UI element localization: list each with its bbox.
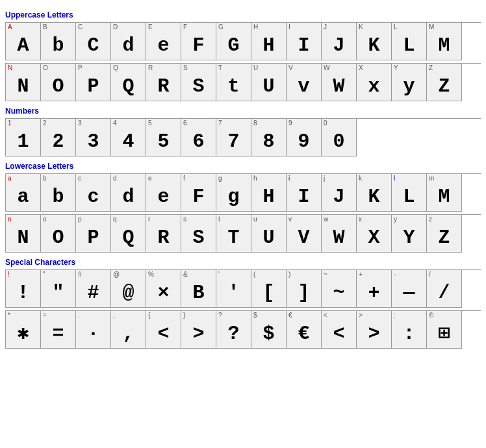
cell-label: t <box>216 215 222 224</box>
cell-label: d <box>111 174 119 183</box>
cell-glyph: 1 <box>6 128 40 156</box>
glyph-cell: SS <box>181 64 216 101</box>
glyph-cell: 44 <box>111 119 146 156</box>
cell-glyph: S <box>181 73 216 101</box>
cell-label: + <box>357 270 364 279</box>
lowercase-grid-row1: aabbccddeefFgghHiIjJkKlLmM <box>5 173 481 212</box>
cell-label: $ <box>251 311 259 320</box>
cell-label: G <box>216 23 225 32</box>
cell-label: D <box>111 23 120 32</box>
glyph-cell: gg <box>216 174 251 212</box>
cell-glyph: 8 <box>251 128 286 156</box>
cell-label: e <box>146 174 154 183</box>
cell-label: L <box>392 23 400 32</box>
glyph-cell: 33 <box>76 119 111 156</box>
glyph-cell: tT <box>216 215 251 253</box>
glyph-cell: .· <box>76 311 111 349</box>
glyph-cell: Xx <box>357 64 392 101</box>
cell-label: v <box>287 215 294 224</box>
cell-label: % <box>146 270 156 279</box>
glyph-cell: *✱ <box>6 311 41 349</box>
cell-glyph: J <box>322 32 356 60</box>
glyph-cell: ZZ <box>427 64 462 101</box>
cell-glyph: ? <box>216 320 251 348</box>
cell-glyph: L <box>392 183 426 211</box>
cell-glyph: — <box>392 279 426 307</box>
cell-label: s <box>181 215 188 224</box>
cell-glyph: I <box>287 183 321 211</box>
cell-glyph: < <box>322 320 356 348</box>
cell-label: . <box>76 311 82 320</box>
cell-label: c <box>76 174 83 183</box>
cell-label: a <box>6 174 14 183</box>
glyph-cell: cc <box>76 174 111 212</box>
glyph-cell: Bb <box>41 23 76 60</box>
lowercase-section: Lowercase Letters aabbccddeefFgghHiIjJkK… <box>5 162 481 253</box>
glyph-cell: UU <box>251 64 287 101</box>
cell-glyph: Z <box>427 73 461 101</box>
cell-label: i <box>287 174 292 183</box>
glyph-cell: ee <box>146 174 181 212</box>
cell-label: W <box>322 64 331 73</box>
cell-glyph: L <box>392 32 426 60</box>
cell-label: J <box>322 23 329 32</box>
uppercase-section: Uppercase Letters AABbCCDdEeFFGGHHIIJJKK… <box>5 10 481 101</box>
cell-glyph: W <box>322 224 356 252</box>
glyph-cell: )] <box>287 270 322 308</box>
cell-label: 8 <box>251 119 259 128</box>
glyph-cell: sS <box>181 215 216 253</box>
glyph-cell: ©⊞ <box>427 311 462 349</box>
uppercase-title: Uppercase Letters <box>5 10 481 19</box>
cell-label: b <box>41 174 49 183</box>
cell-glyph: R <box>146 73 181 101</box>
cell-label: / <box>427 270 433 279</box>
cell-label: V <box>287 64 295 73</box>
glyph-cell: zZ <box>427 215 462 253</box>
cell-glyph: A <box>6 32 40 60</box>
cell-glyph: d <box>111 32 146 60</box>
glyph-cell: HH <box>251 23 287 60</box>
cell-label: O <box>41 64 50 73</box>
cell-glyph: Q <box>111 73 146 101</box>
cell-glyph: € <box>287 320 321 348</box>
cell-label: { <box>146 311 152 320</box>
glyph-cell: xX <box>357 215 392 253</box>
glyph-cell: Ee <box>146 23 181 60</box>
cell-glyph: F <box>181 183 216 211</box>
cell-label: A <box>6 23 14 32</box>
cell-label: o <box>41 215 49 224</box>
cell-label: 6 <box>181 119 189 128</box>
cell-label: I <box>287 23 292 32</box>
cell-label: 7 <box>216 119 224 128</box>
cell-glyph: ✱ <box>6 320 40 348</box>
glyph-cell: fF <box>181 174 216 212</box>
cell-label: ! <box>6 270 12 279</box>
special-section: Special Characters !!""##@@%×&B''([)]~~+… <box>5 258 481 349</box>
glyph-cell: €€ <box>287 311 322 349</box>
cell-label: © <box>427 311 435 320</box>
cell-glyph: < <box>146 320 181 348</box>
glyph-cell: OO <box>41 64 76 101</box>
cell-glyph: ' <box>216 279 251 307</box>
cell-glyph: [ <box>251 279 286 307</box>
glyph-cell: PP <box>76 64 111 101</box>
cell-glyph: , <box>111 320 146 348</box>
cell-glyph: 6 <box>181 128 216 156</box>
cell-glyph: / <box>427 279 461 307</box>
glyph-cell: wW <box>322 215 357 253</box>
cell-label: : <box>392 311 398 320</box>
cell-glyph: b <box>41 32 75 60</box>
cell-label: Z <box>427 64 435 73</box>
cell-glyph: c <box>76 183 110 211</box>
cell-label: T <box>216 64 224 73</box>
cell-label: z <box>427 215 434 224</box>
cell-glyph: @ <box>111 279 146 307</box>
cell-label: Y <box>392 64 400 73</box>
glyph-cell: !! <box>6 270 41 308</box>
cell-label: k <box>357 174 364 183</box>
glyph-cell: 00 <box>322 119 357 156</box>
cell-glyph: ! <box>6 279 40 307</box>
cell-label: Q <box>111 64 120 73</box>
numbers-section: Numbers 11223344556677889900 <box>5 106 481 156</box>
cell-glyph: O <box>41 224 75 252</box>
